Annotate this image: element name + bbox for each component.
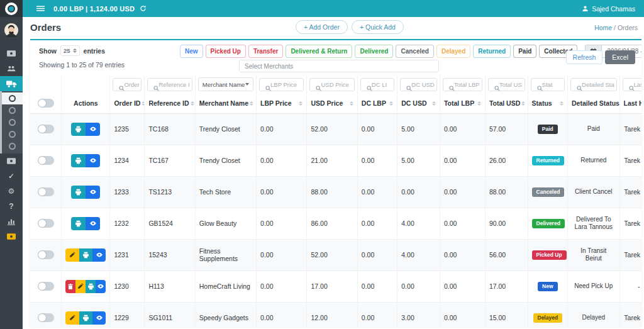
lbp-price-cell: 0.00 [257,113,307,145]
total-usd-cell: 15.00 [485,302,528,327]
delete-button[interactable] [65,280,75,293]
sidebar-subitem-2[interactable] [2,104,23,116]
column-search-input-total_usd[interactable] [488,78,525,91]
row-toggle-cell [30,113,62,145]
circle-icon [9,95,16,102]
sidebar-subitem-3[interactable] [2,116,23,128]
sidebar-item-wallet[interactable] [0,229,23,244]
sort-icon[interactable] [250,101,253,106]
column-label-usd_price: USD Price [311,99,343,107]
print-button[interactable] [79,311,92,325]
merchant-name-cell: Tech Store [195,176,256,208]
select-merchants-input[interactable] [239,60,439,72]
edit-button[interactable] [65,248,79,262]
sidebar-subitem-5[interactable] [2,140,23,152]
view-button[interactable] [86,186,100,199]
balance-refresh-icon[interactable] [140,5,147,12]
row-toggle[interactable] [38,282,54,291]
view-button[interactable] [92,248,106,262]
total-lbp-cell: 0.00 [440,239,485,270]
row-toggle[interactable] [38,156,54,165]
status-filter-delivered[interactable]: Delivered [355,45,393,58]
column-search-input-dc_usd[interactable] [400,78,437,91]
status-filter-delivered-return[interactable]: Delivered & Return [286,45,352,58]
print-button[interactable] [86,280,96,293]
sort-icon[interactable] [560,101,564,106]
sort-icon[interactable] [389,101,393,106]
status-filter-returned[interactable]: Returned [473,45,511,58]
sort-icon[interactable] [299,101,303,106]
app-logo[interactable] [0,0,23,17]
view-button[interactable] [92,311,106,325]
status-cell: Returned [528,145,567,176]
column-search-input-order_id[interactable] [113,78,142,91]
row-toggle[interactable] [38,125,54,133]
column-search-lbp_price [259,78,304,91]
edit-button[interactable] [65,311,79,325]
excel-export-button[interactable]: Excel [605,50,635,64]
sidebar-item-settings[interactable]: ⚙ [0,184,23,199]
sidebar-item-customers[interactable] [0,61,23,76]
sort-icon[interactable] [142,101,144,106]
column-search-input-status[interactable] [531,78,565,91]
lbp-price-cell: 0.00 [257,176,307,208]
user-menu[interactable]: Sajed Chamas [582,5,635,13]
menu-toggle-icon[interactable] [36,4,45,13]
sort-icon[interactable] [521,101,525,106]
view-button[interactable] [86,217,100,230]
sidebar-item-orders[interactable] [0,76,23,91]
sort-icon[interactable] [350,101,353,106]
merchant-filter-dropdown[interactable]: Merchant Name [198,77,253,91]
status-badge: Returned [532,156,564,165]
sort-icon[interactable] [432,101,436,106]
orders-table-container[interactable]: Merchant Name ActionsOrder IDReference I… [30,74,641,327]
status-filter-new[interactable]: New [180,45,203,58]
order-id-cell: 1233 [110,176,145,208]
view-button[interactable] [86,154,100,167]
view-button[interactable] [96,280,106,293]
total-lbp-cell: 0.00 [440,208,485,239]
sidebar-item-help[interactable]: ? [0,199,23,214]
sidebar-subitem-4[interactable] [2,128,23,140]
status-filter-delayed[interactable]: Delayed [436,45,470,58]
breadcrumb-home[interactable]: Home [594,24,612,31]
row-toggle[interactable] [38,313,54,322]
print-button[interactable] [71,123,86,136]
status-filter-transfer[interactable]: Transfer [248,45,283,58]
print-button[interactable] [71,217,86,230]
print-button[interactable] [71,154,86,167]
sidebar-item-cash[interactable] [0,46,23,61]
print-button[interactable] [71,186,86,199]
actions-group [65,186,106,199]
status-filter-picked-up[interactable]: Picked Up [206,45,246,58]
column-search-usd_price [309,78,354,91]
column-header-merchant: Merchant Name [195,94,256,113]
sort-icon[interactable] [477,101,481,106]
view-button[interactable] [86,123,100,136]
status-badge: Canceled [532,187,565,197]
column-header-order_id: Order ID [110,94,145,113]
row-toggle[interactable] [38,219,54,228]
status-filter-paid[interactable]: Paid [513,45,536,58]
dc-lbp-cell: 0.00 [357,208,397,239]
sort-icon[interactable] [191,101,194,106]
edit-button[interactable] [75,280,86,293]
page-size-select[interactable]: 25 [60,45,80,56]
status-cell: Delivered [528,208,567,239]
status-badge: Delayed [533,313,563,323]
status-filter-canceled[interactable]: Canceled [396,45,433,58]
column-search-input-dc_lbp[interactable] [360,78,394,91]
column-header-total_lbp: Total LBP [440,94,485,113]
row-toggle[interactable] [38,187,54,196]
sidebar-subitem-1[interactable] [2,92,23,104]
print-button[interactable] [79,248,92,262]
refresh-button[interactable]: Refresh [566,50,603,64]
quick-add-button[interactable]: + Quick Add [352,20,404,34]
sidebar-item-payments[interactable] [0,153,23,169]
select-all-toggle[interactable] [38,99,54,108]
sidebar-avatar[interactable] [0,20,23,41]
row-toggle[interactable] [38,250,54,259]
add-order-button[interactable]: + Add Order [296,20,348,34]
sidebar-item-reports[interactable] [0,214,23,229]
sidebar-item-tasks[interactable]: ✓ [0,169,23,184]
